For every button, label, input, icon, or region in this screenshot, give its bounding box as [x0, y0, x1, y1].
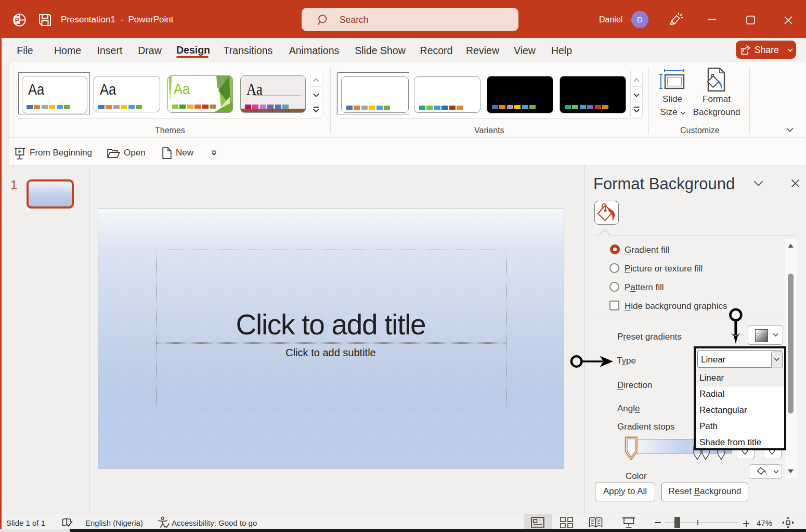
svg-text:P: P — [15, 17, 19, 24]
